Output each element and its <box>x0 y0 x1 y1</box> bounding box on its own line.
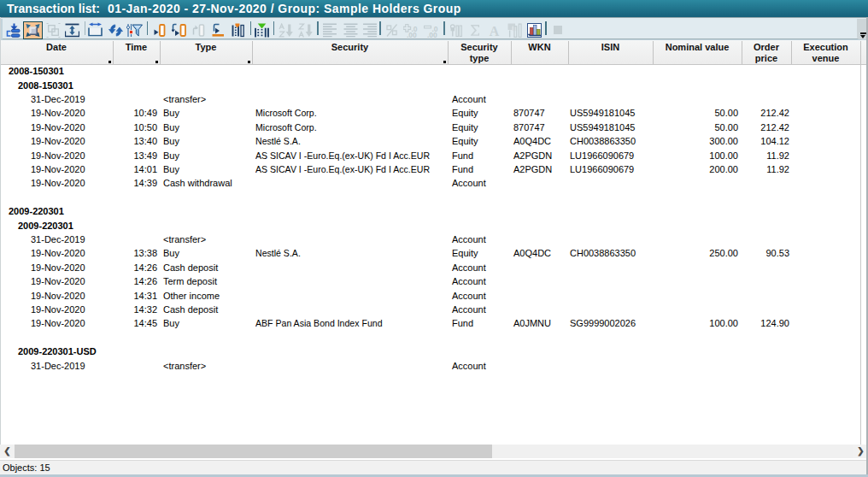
svg-text:.00: .00 <box>427 31 437 38</box>
svg-text:A: A <box>490 24 500 38</box>
svg-text:.00: .00 <box>407 31 417 38</box>
